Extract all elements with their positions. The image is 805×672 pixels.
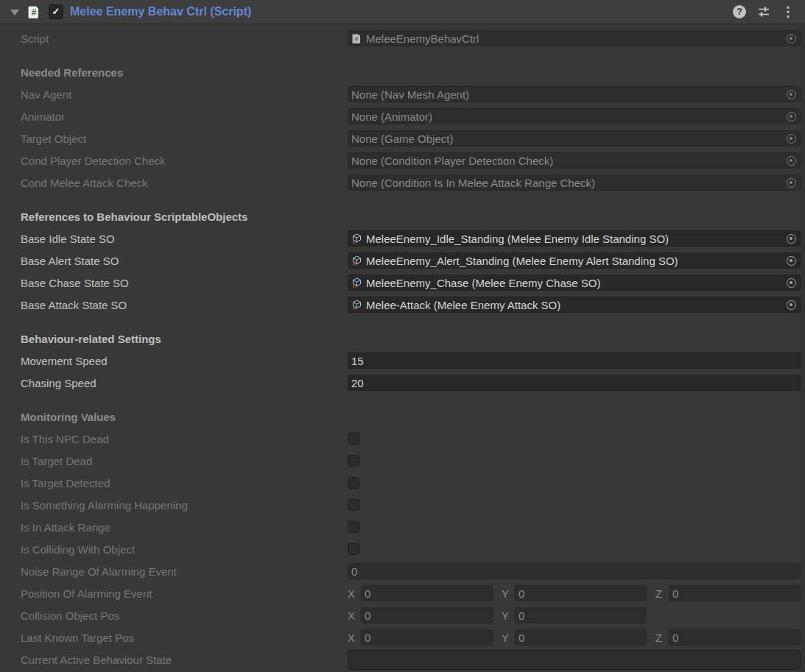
- object-field-value: MeleeEnemy_Alert_Standing (Melee Enemy A…: [363, 255, 782, 267]
- field-row: Movement Speed15: [0, 350, 805, 372]
- object-field-value: Melee-Attack (Melee Enemy Attack SO): [363, 299, 782, 311]
- vector-component: X0: [348, 585, 493, 601]
- help-icon[interactable]: ?: [733, 5, 746, 18]
- field-value-area: [348, 543, 801, 555]
- section-row: Behaviour-related Settings: [0, 328, 805, 350]
- field-label: Cond Player Detection Check: [21, 155, 348, 167]
- field-value-text: 0: [516, 632, 646, 644]
- object-field[interactable]: MeleeEnemy_Alert_Standing (Melee Enemy A…: [348, 252, 801, 269]
- field-row: Is Target Dead: [0, 450, 805, 472]
- scriptable-object-icon: [350, 299, 363, 311]
- presets-icon[interactable]: [757, 5, 770, 18]
- field-row: Is Something Alarming Happening: [0, 494, 805, 516]
- field-value-area: Melee-Attack (Melee Enemy Attack SO): [348, 297, 801, 313]
- scriptable-object-icon: [350, 255, 363, 266]
- object-picker-icon: [787, 256, 796, 266]
- field-label: Current Active Behaviour State: [21, 654, 348, 666]
- vector-component: Y0: [502, 629, 647, 646]
- field-value-text: 0: [516, 609, 646, 622]
- field-label: Animator: [21, 110, 348, 123]
- object-picker-button[interactable]: [782, 275, 800, 290]
- field-value-area: [348, 521, 801, 533]
- object-field[interactable]: MeleeEnemy_Chase (Melee Enemy Chase SO): [348, 275, 801, 291]
- object-field-value: MeleeEnemyBehavCtrl: [363, 32, 782, 45]
- field-value-area: None (Condition Is In Melee Attack Range…: [348, 174, 801, 191]
- field-row: Cond Melee Attack CheckNone (Condition I…: [0, 171, 805, 194]
- object-picker-icon: [787, 34, 796, 43]
- checkbox: [348, 499, 359, 511]
- field-row: Position Of Alarming EventX0Y0Z0: [0, 582, 805, 604]
- csharp-script-icon: #: [27, 4, 41, 19]
- object-picker-button[interactable]: [782, 253, 800, 268]
- field-value-text: 0: [348, 565, 800, 578]
- field-row: Noise Range Of Alarming Event0: [0, 560, 805, 582]
- kebab-menu-icon[interactable]: ⋮: [781, 5, 795, 18]
- object-field-value: None (Nav Mesh Agent): [348, 88, 782, 101]
- object-field-value: None (Animator): [348, 110, 782, 123]
- field-label: Is In Attack Range: [21, 521, 348, 534]
- field-label: Is This NPC Dead: [21, 433, 348, 445]
- checkbox: [348, 455, 359, 467]
- field-row: AnimatorNone (Animator): [0, 105, 805, 127]
- field-value-area: [348, 650, 801, 670]
- field-label: Base Idle State SO: [21, 233, 348, 245]
- field-value-area: #MeleeEnemyBehavCtrl: [348, 30, 801, 46]
- number-field[interactable]: 15: [348, 353, 801, 369]
- component-header[interactable]: # ✓ Melee Enemy Behav Ctrl (Script) ? ⋮: [0, 0, 805, 24]
- object-field[interactable]: MeleeEnemy_Idle_Standing (Melee Enemy Id…: [348, 230, 801, 247]
- vector-field: 0: [515, 629, 647, 646]
- object-picker-button[interactable]: [782, 297, 800, 312]
- foldout-expanded-icon[interactable]: [10, 10, 19, 15]
- field-label: Position Of Alarming Event: [21, 587, 348, 600]
- field-value-area: [348, 499, 801, 511]
- object-field: None (Nav Mesh Agent): [348, 86, 801, 102]
- vector-axis-label: Y: [502, 632, 515, 644]
- field-value-area: X0Y0Z0: [348, 585, 801, 601]
- field-value-area: X0Y0Z0: [348, 629, 801, 646]
- vector-field: 0: [669, 585, 801, 601]
- field-value-area: 15: [348, 353, 801, 369]
- object-field-value: None (Condition Is In Melee Attack Range…: [348, 177, 782, 189]
- field-row: Collision Object PosX0Y0: [0, 604, 805, 626]
- csharp-script-icon: #: [350, 32, 363, 44]
- vector-component: X0: [348, 629, 493, 646]
- field-row: Base Chase State SOMeleeEnemy_Chase (Mel…: [0, 272, 805, 294]
- svg-text:#: #: [354, 35, 359, 43]
- number-field: 0: [348, 563, 801, 579]
- object-picker-icon: [787, 134, 796, 144]
- object-field: None (Game Object): [348, 130, 801, 146]
- vector-field: 0: [515, 585, 647, 601]
- field-row: Target ObjectNone (Game Object): [0, 127, 805, 149]
- field-label: Base Alert State SO: [21, 255, 348, 267]
- scrollbar-track[interactable]: [801, 25, 805, 672]
- vector-field: 0: [361, 629, 493, 646]
- object-picker-button: [782, 153, 800, 168]
- field-label: Is Colliding With Object: [21, 543, 348, 556]
- vector-axis-label: Y: [502, 587, 515, 600]
- field-value-area: None (Condition Player Detection Check): [348, 152, 801, 169]
- object-picker-icon: [787, 112, 796, 121]
- object-field[interactable]: Melee-Attack (Melee Enemy Attack SO): [348, 297, 801, 313]
- object-picker-button[interactable]: [782, 231, 800, 246]
- field-value-text: 20: [348, 377, 800, 389]
- field-value-area: [348, 455, 801, 467]
- checkbox: [348, 543, 359, 555]
- field-value-text: 15: [348, 355, 800, 367]
- field-row: Current Active Behaviour State: [0, 648, 805, 671]
- field-row: Last Known Target PosX0Y0Z0: [0, 626, 805, 648]
- object-field-value: MeleeEnemy_Chase (Melee Enemy Chase SO): [363, 277, 782, 289]
- object-field: #MeleeEnemyBehavCtrl: [348, 30, 801, 46]
- vector-axis-label: X: [348, 587, 361, 600]
- section-header: Behaviour-related Settings: [21, 333, 348, 345]
- field-row: Base Attack State SOMelee-Attack (Melee …: [0, 294, 805, 316]
- field-value-text: 0: [669, 587, 800, 600]
- enabled-checkbox[interactable]: ✓: [49, 4, 63, 19]
- section-header: Needed References: [21, 66, 348, 79]
- object-picker-icon: [787, 300, 796, 310]
- number-field[interactable]: 20: [348, 375, 801, 391]
- vector-component: Y0: [502, 585, 647, 601]
- vector-field: 0: [361, 607, 493, 623]
- section-row: References to Behaviour ScriptableObject…: [0, 205, 805, 227]
- field-value-area: MeleeEnemy_Chase (Melee Enemy Chase SO): [348, 275, 801, 291]
- field-row: Base Alert State SOMeleeEnemy_Alert_Stan…: [0, 250, 805, 272]
